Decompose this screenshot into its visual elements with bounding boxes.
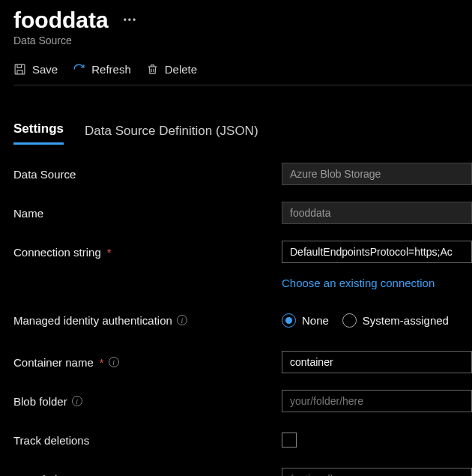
tab-settings[interactable]: Settings — [13, 121, 64, 145]
data-source-input — [282, 163, 472, 185]
connection-string-input[interactable] — [282, 241, 472, 263]
track-deletions-checkbox[interactable] — [282, 433, 297, 448]
name-input — [282, 202, 472, 224]
svg-rect-0 — [15, 64, 25, 74]
radio-system-assigned[interactable]: System-assigned — [342, 313, 449, 328]
description-input[interactable] — [282, 468, 472, 476]
info-icon[interactable]: i — [177, 315, 187, 325]
name-label: Name — [13, 207, 43, 220]
info-icon[interactable]: i — [109, 357, 119, 367]
save-label: Save — [32, 63, 58, 76]
tab-json[interactable]: Data Source Definition (JSON) — [85, 124, 258, 145]
description-label: Description — [13, 473, 70, 477]
radio-none[interactable]: None — [282, 313, 329, 328]
radio-none-label: None — [302, 314, 329, 327]
delete-button[interactable]: Delete — [146, 63, 197, 76]
blob-folder-input[interactable] — [282, 390, 472, 412]
tabs: Settings Data Source Definition (JSON) — [13, 121, 472, 145]
radio-system-label: System-assigned — [363, 314, 449, 327]
delete-label: Delete — [165, 63, 197, 76]
track-deletions-label: Track deletions — [13, 434, 89, 447]
required-indicator: * — [100, 356, 104, 369]
data-source-label: Data Source — [13, 168, 76, 181]
save-button[interactable]: Save — [13, 63, 58, 76]
refresh-label: Refresh — [91, 63, 131, 76]
more-actions-icon[interactable]: ••• — [124, 15, 138, 25]
toolbar: Save Refresh Delete — [13, 63, 472, 85]
refresh-icon — [73, 63, 85, 76]
choose-connection-link[interactable]: Choose an existing connection — [282, 277, 435, 289]
container-name-label: Container name — [13, 356, 94, 369]
radio-icon — [342, 313, 357, 328]
trash-icon — [146, 63, 159, 76]
required-indicator: * — [107, 246, 112, 259]
blob-folder-label: Blob folder — [13, 395, 67, 408]
refresh-button[interactable]: Refresh — [73, 63, 131, 76]
page-title: fooddata — [13, 7, 109, 33]
info-icon[interactable]: i — [72, 396, 82, 406]
container-name-input[interactable] — [282, 351, 472, 373]
radio-icon — [282, 313, 296, 328]
managed-identity-label: Managed identity authentication — [13, 314, 172, 327]
save-icon — [13, 63, 26, 76]
connection-string-label: Connection string — [13, 246, 101, 259]
page-subtitle: Data Source — [13, 34, 472, 46]
